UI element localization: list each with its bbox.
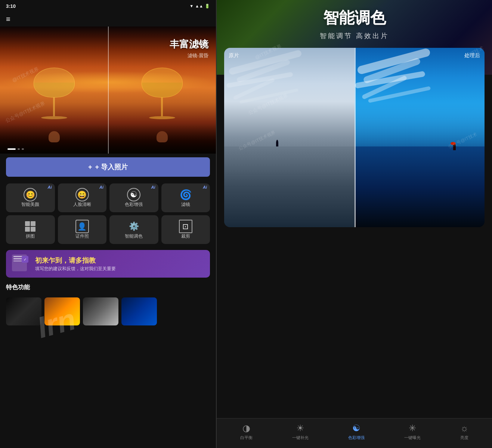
ai-badge-color: Ai [151,185,155,189]
right-hero-header: 智能调色 智能调节 高效出片 [217,0,492,44]
hero-subtitle: 滤镜-晨昏 [170,52,208,59]
collage-icon [24,220,37,233]
battery-icon: 🔋 [205,4,210,9]
progress-dot-active [7,148,16,150]
feature-thumb-2[interactable] [44,297,80,325]
hero-progress [7,148,24,150]
filter-icon: 🌀 [179,188,192,201]
tool-adjust[interactable]: ⚙️ 智能调色 [109,215,158,244]
tool-beauty[interactable]: Ai 😊 智能美颜 [6,183,55,212]
face-icon: 😄 [75,188,89,201]
feedback-banner[interactable]: ✓ 初来乍到，请多指教 填写您的建议和反馈，这对我们至关重要 [6,250,210,278]
tool-idphoto[interactable]: 👤 证件照 [58,215,107,244]
tab-balance[interactable]: ◑ 白平衡 [240,423,253,441]
import-button[interactable]: + + 导入照片 [6,157,210,177]
color-label: 色彩增强 [125,201,143,208]
status-icons: ▼ ▲▲ 🔋 [189,4,210,9]
balance-icon: ◑ [242,423,250,433]
idphoto-label: 证件照 [75,233,89,240]
color-enhance-label: 色彩增强 [348,435,365,441]
light-label: 一键补光 [292,435,309,441]
adjust-icon: ⚙️ [127,220,140,233]
tool-color[interactable]: Ai ☯ 色彩增强 [109,183,158,212]
face-label: 人脸清晰 [73,201,91,208]
compare-original: 原片 公众号@IT技术视界 [224,48,355,227]
beauty-icon: 😊 [24,188,37,201]
exposure-icon: ✳ [409,423,416,433]
right-subtitle: 智能调节 高效出片 [224,31,485,40]
collage-label: 拼图 [26,233,35,240]
import-label: + 导入照片 [95,163,128,172]
status-time: 3:10 [6,3,16,9]
adjust-label: 智能调色 [125,233,143,240]
tab-brightness[interactable]: ☼ 亮度 [460,423,468,441]
import-icon: + [88,163,92,171]
ai-badge-filter: Ai [203,185,207,189]
wine-glass-left [30,68,78,142]
status-bar-left: 3:10 ▼ ▲▲ 🔋 [0,0,216,12]
balance-label: 白平衡 [240,435,253,441]
feature-thumb-4[interactable] [121,297,157,325]
signal-icon: ▲▲ [195,4,203,8]
compare-processed: 处理后 公众号@IT技术 [355,48,485,227]
tool-face[interactable]: Ai 😄 人脸清晰 [58,183,107,212]
sea-original [224,146,355,227]
beauty-label: 智能美颜 [21,201,39,208]
color-icon: ☯ [127,188,140,201]
exposure-label: 一键曝光 [404,435,421,441]
feedback-title: 初来乍到，请多指教 [35,256,204,265]
feedback-text: 初来乍到，请多指教 填写您的建议和反馈，这对我们至关重要 [35,256,204,272]
progress-dot-2 [22,148,24,150]
features-strip [0,294,216,328]
app-header: ≡ [0,12,216,27]
brightness-label: 亮度 [460,435,468,441]
right-phone: 智能调色 智能调节 高效出片 @IT技术视界 公众号@IT技术视界 @IT技术 [217,0,492,448]
tool-filter[interactable]: Ai 🌀 滤镜 [161,183,210,212]
crop-icon: ⊡ [179,220,192,233]
crop-label: 裁剪 [181,233,190,240]
filter-label: 滤镜 [181,201,190,208]
menu-icon[interactable]: ≡ [6,15,10,24]
tab-color-enhance[interactable]: ☯ 色彩增强 [348,423,365,441]
tab-exposure[interactable]: ✳ 一键曝光 [404,423,421,441]
tool-crop[interactable]: ⊡ 裁剪 [161,215,210,244]
ai-badge-face: Ai [99,185,103,189]
idphoto-icon: 👤 [75,220,89,233]
progress-dot-1 [18,148,20,150]
compare-container: 原片 公众号@IT技术视界 [224,48,485,227]
compare-divider [355,48,356,227]
light-icon: ☀ [296,423,304,433]
feature-thumb-3[interactable] [83,297,118,325]
compare-right-label: 处理后 [464,52,480,59]
right-title: 智能调色 [224,7,485,28]
tool-grid: Ai 😊 智能美颜 Ai 😄 人脸清晰 Ai ☯ 色彩增强 Ai 🌀 滤镜 [0,180,216,247]
hero-title-overlay: 丰富滤镜 滤镜-晨昏 [170,38,208,59]
wine-glass-right [138,68,186,142]
feedback-icon: ✓ [12,254,31,273]
wifi-icon: ▼ [189,4,194,8]
hero-section: 丰富滤镜 滤镜-晨昏 @IT技术视界 公众号@IT技术视界 [0,27,216,154]
feature-thumb-1[interactable] [6,297,41,325]
color-enhance-icon: ☯ [352,423,361,433]
sea-processed [355,146,485,227]
bottom-tab-bar: ◑ 白平衡 ☀ 一键补光 ☯ 色彩增强 ✳ 一键曝光 ☼ 亮度 [217,418,492,448]
sky-original [224,48,355,146]
feedback-subtitle: 填写您的建议和反馈，这对我们至关重要 [35,266,204,272]
tool-collage[interactable]: 拼图 [6,215,55,244]
ai-badge-beauty: Ai [48,185,52,189]
tab-light[interactable]: ☀ 一键补光 [292,423,309,441]
brightness-icon: ☼ [460,423,468,433]
features-header: 特色功能 [0,281,216,294]
hero-title: 丰富滤镜 [170,38,208,51]
left-phone: 3:10 ▼ ▲▲ 🔋 ≡ [0,0,217,448]
compare-left-label: 原片 [229,52,239,59]
